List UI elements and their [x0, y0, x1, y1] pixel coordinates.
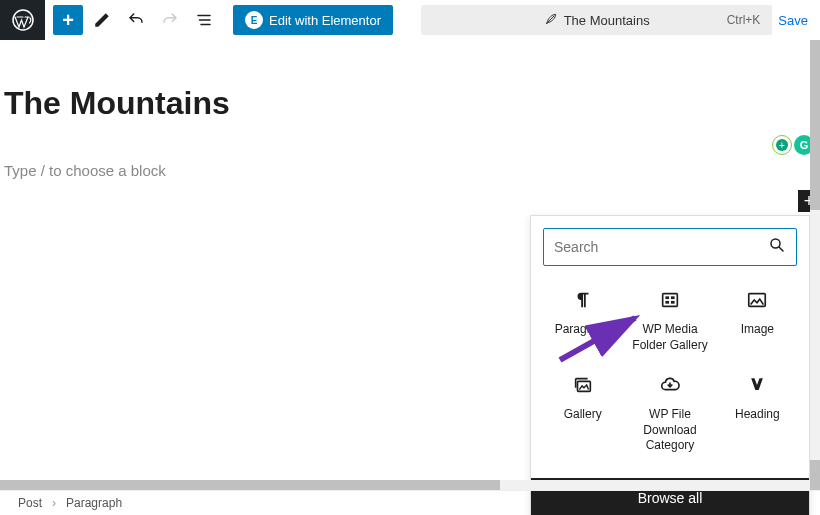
gallery-icon: [571, 373, 595, 397]
search-input[interactable]: [554, 239, 768, 255]
add-block-button[interactable]: +: [53, 5, 83, 35]
svg-point-1: [771, 239, 780, 248]
block-wp-media-folder-gallery[interactable]: WP Media Folder Gallery: [626, 278, 713, 363]
toolbar: + E Edit with Elementor: [45, 5, 401, 35]
search-box[interactable]: [543, 228, 797, 266]
elementor-button[interactable]: E Edit with Elementor: [233, 5, 393, 35]
svg-rect-5: [665, 301, 669, 304]
top-bar: + E Edit with Elementor The Mountains Ct…: [0, 0, 820, 40]
block-label: WP Media Folder Gallery: [630, 322, 709, 353]
breadcrumb-item[interactable]: Paragraph: [66, 496, 122, 510]
scrollbar-thumb[interactable]: [810, 40, 820, 210]
block-paragraph[interactable]: Paragraph: [539, 278, 626, 363]
block-label: Paragraph: [555, 322, 611, 338]
block-heading[interactable]: Heading: [714, 363, 801, 464]
search-icon: [768, 236, 786, 258]
page-title-text: The Mountains: [564, 13, 650, 28]
svg-rect-8: [577, 382, 590, 392]
media-folder-icon: [658, 288, 682, 312]
save-link[interactable]: Save: [778, 13, 808, 28]
yoast-badge[interactable]: +: [772, 135, 792, 155]
block-gallery[interactable]: Gallery: [539, 363, 626, 464]
paragraph-icon: [571, 288, 595, 312]
elementor-label: Edit with Elementor: [269, 13, 381, 28]
block-image[interactable]: Image: [714, 278, 801, 363]
wordpress-logo[interactable]: [0, 0, 45, 40]
breadcrumb-item[interactable]: Post: [18, 496, 42, 510]
scrollbar-thumb[interactable]: [810, 460, 820, 490]
svg-rect-2: [663, 294, 678, 307]
floating-badges: + G: [772, 135, 814, 155]
svg-rect-6: [671, 301, 675, 304]
svg-rect-4: [671, 296, 675, 299]
heading-icon: [745, 373, 769, 397]
chevron-right-icon: ›: [52, 496, 56, 510]
image-icon: [745, 288, 769, 312]
block-label: Gallery: [564, 407, 602, 423]
block-label: Heading: [735, 407, 780, 423]
block-wp-file-download[interactable]: WP File Download Category: [626, 363, 713, 464]
page-title-pill[interactable]: The Mountains Ctrl+K: [421, 5, 772, 35]
vertical-scrollbar[interactable]: [810, 40, 820, 490]
block-placeholder[interactable]: Type / to choose a block: [4, 162, 820, 179]
horizontal-scrollbar[interactable]: [0, 480, 810, 490]
shortcut-hint: Ctrl+K: [727, 13, 761, 27]
block-label: WP File Download Category: [630, 407, 709, 454]
scrollbar-thumb[interactable]: [0, 480, 500, 490]
elementor-icon: E: [245, 11, 263, 29]
redo-icon[interactable]: [155, 5, 185, 35]
svg-rect-3: [665, 296, 669, 299]
breadcrumb: Post › Paragraph: [0, 490, 820, 515]
feather-icon: [544, 12, 558, 29]
block-label: Image: [741, 322, 774, 338]
undo-icon[interactable]: [121, 5, 151, 35]
post-title[interactable]: The Mountains: [4, 85, 820, 122]
edit-icon[interactable]: [87, 5, 117, 35]
outline-icon[interactable]: [189, 5, 219, 35]
download-cloud-icon: [658, 373, 682, 397]
block-inserter: Paragraph WP Media Folder Gallery Image …: [530, 215, 810, 515]
